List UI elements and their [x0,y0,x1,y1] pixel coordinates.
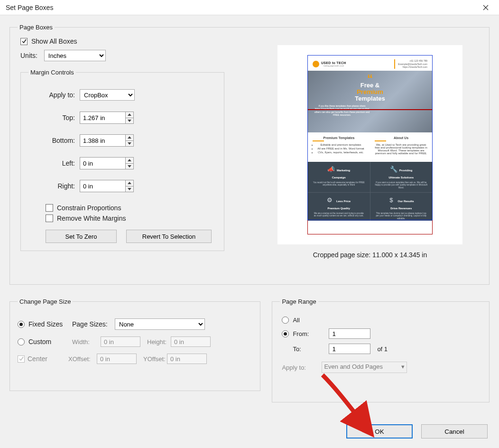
show-all-boxes-label: Show All Boxes [31,37,77,45]
left-spin-buttons [125,157,134,169]
titlebar: Set Page Boxes [0,0,499,15]
left-spin-down[interactable] [126,164,133,169]
page-boxes-left: Show All Boxes Units: Inches Margin Cont… [18,37,240,251]
bottom-spin-buttons [125,134,134,147]
xoffset-label: XOffset: [68,355,97,363]
chevron-down-icon [128,165,131,168]
right-input[interactable] [80,180,125,192]
change-page-size-legend: Change Page Size [18,298,73,305]
fixed-sizes-label: Fixed Sizes [28,320,72,328]
page-sizes-select[interactable]: None [115,318,205,330]
center-label: Center [28,355,68,363]
range-apply-to-select: Even and Odd Pages ▾ [322,362,407,373]
remove-wm-row: Remove White Margins [46,215,216,222]
chevron-up-icon [128,113,131,116]
bottom-label: Bottom: [40,137,75,144]
units-select[interactable]: Inches [44,50,106,61]
chevron-down-icon [128,188,131,190]
custom-radio[interactable] [18,338,25,345]
of-label: of 1 [377,345,388,353]
chevron-down-icon: ▾ [401,363,405,370]
chevron-up-icon [128,159,131,161]
preview-frame: USED to TECH making paperwork count +61 … [277,45,462,244]
chevron-up-icon [128,182,131,184]
left-spin-up[interactable] [126,158,133,164]
check-icon [18,356,24,362]
remove-wm-checkbox[interactable] [46,215,53,222]
client-area: Page Boxes Show All Boxes Units: Inches … [0,15,499,448]
from-input[interactable] [329,328,370,339]
constrain-checkbox[interactable] [46,204,53,212]
yoffset-label: YOffset: [137,355,167,363]
preview-blue-box [307,55,433,220]
width-label: Width: [72,338,101,345]
chevron-down-icon [128,142,131,145]
bottom-input[interactable] [80,134,125,147]
from-label: From: [293,330,329,337]
yoffset-input [167,354,207,364]
chevron-down-icon [128,120,131,122]
apply-to-label: Apply to: [40,91,75,99]
to-input[interactable] [329,344,370,354]
width-input [101,336,140,347]
ok-button[interactable]: OK [346,424,413,439]
page-range-legend: Page Range [280,298,318,305]
show-all-boxes-row: Show All Boxes [20,37,240,45]
cancel-button[interactable]: Cancel [421,424,488,439]
margin-controls-form: Apply to: CropBox Top: [28,83,216,201]
left-spinner[interactable] [80,157,134,169]
page-sizes-label: Page Sizes: [72,320,115,328]
right-label: Right: [40,182,75,190]
center-checkbox [18,355,25,363]
from-radio[interactable] [282,330,289,337]
xoffset-input [97,354,137,364]
bottom-spin-down[interactable] [126,141,133,147]
top-input[interactable] [80,112,125,124]
chevron-up-icon [128,136,131,139]
right-spin-down[interactable] [126,187,133,192]
window-title: Set Page Boxes [6,4,476,11]
bottom-spin-up[interactable] [126,135,133,141]
top-spin-up[interactable] [126,112,133,118]
right-spin-up[interactable] [126,180,133,187]
top-label: Top: [40,114,75,121]
right-spinner[interactable] [80,180,134,192]
constrain-row: Constrain Proportions [46,204,216,212]
page-boxes-group: Page Boxes Show All Boxes Units: Inches … [9,24,490,285]
page-boxes-legend: Page Boxes [18,24,55,31]
set-to-zero-button[interactable]: Set To Zero [46,230,117,243]
left-input[interactable] [80,157,125,169]
all-radio[interactable] [282,317,289,324]
bottom-spinner[interactable] [80,134,134,147]
apply-to-select[interactable]: CropBox [80,89,135,101]
remove-wm-label: Remove White Margins [57,215,126,222]
constrain-label: Constrain Proportions [57,204,121,212]
top-spin-down[interactable] [126,118,133,124]
preview-page-red-box: USED to TECH making paperwork count +61 … [307,55,433,234]
show-all-boxes-checkbox[interactable] [20,38,28,45]
preview-panel: USED to TECH making paperwork count +61 … [259,37,481,259]
units-row: Units: Inches [20,50,240,61]
height-label: Height: [140,338,171,345]
page-range-group: Page Range All From: To: of 1 Apply to: … [272,298,490,402]
change-page-size-group: Change Page Size Fixed Sizes Page Sizes:… [9,298,260,391]
left-label: Left: [40,159,75,167]
revert-to-selection-button[interactable]: Revert To Selection [126,230,212,243]
close-button[interactable] [476,0,495,15]
fixed-sizes-radio[interactable] [18,321,25,328]
top-spinner[interactable] [80,112,134,124]
all-label: All [293,317,299,324]
check-icon [21,38,27,44]
custom-label: Custom [28,338,72,345]
right-spin-buttons [125,180,134,192]
cropped-size-label: Cropped page size: 11.000 x 14.345 in [259,251,481,259]
margin-controls-legend: Margin Controls [28,69,76,76]
margin-controls-group: Margin Controls Apply to: CropBox Top: [20,69,224,251]
height-input [171,336,211,347]
units-label: Units: [20,52,37,59]
to-label: To: [293,345,329,353]
top-spin-buttons [125,112,134,124]
close-icon [483,5,489,10]
range-apply-to-label: Apply to: [282,364,322,371]
